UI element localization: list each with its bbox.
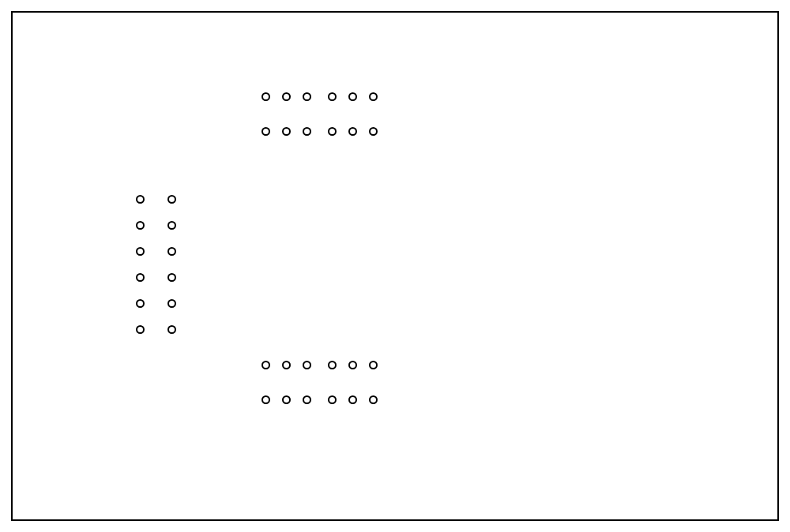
bottom-block-dot [369, 361, 378, 369]
bottom-block-dot [328, 361, 337, 369]
bottom-block-dot [261, 395, 270, 404]
top-block-dot [282, 92, 291, 101]
bottom-block-dot [369, 395, 378, 404]
bottom-block-dot [348, 395, 357, 404]
bottom-block-dot [348, 361, 357, 369]
bottom-block-dot [303, 395, 311, 404]
top-block-dot [261, 127, 270, 136]
bottom-block-dot [261, 361, 270, 369]
bottom-block-dot [282, 361, 291, 369]
left-block-dot [136, 299, 145, 308]
left-block-dot [167, 273, 176, 282]
left-block-dot [167, 247, 176, 256]
diagram-frame [11, 11, 779, 521]
top-block-dot [303, 92, 311, 101]
top-block-dot [328, 127, 337, 136]
bottom-block-dot [328, 395, 337, 404]
top-block-dot [348, 92, 357, 101]
top-block-dot [303, 127, 311, 136]
top-block-dot [369, 127, 378, 136]
left-block-dot [167, 325, 176, 334]
left-block-dot [136, 221, 145, 230]
bottom-block-dot [282, 395, 291, 404]
bottom-block-dot [303, 361, 311, 369]
top-block-dot [328, 92, 337, 101]
top-block-dot [261, 92, 270, 101]
left-block-dot [136, 247, 145, 256]
left-block-dot [136, 195, 145, 204]
left-block-dot [167, 221, 176, 230]
top-block-dot [282, 127, 291, 136]
left-block-dot [167, 195, 176, 204]
left-block-dot [167, 299, 176, 308]
left-block-dot [136, 273, 145, 282]
left-block-dot [136, 325, 145, 334]
top-block-dot [348, 127, 357, 136]
top-block-dot [369, 92, 378, 101]
